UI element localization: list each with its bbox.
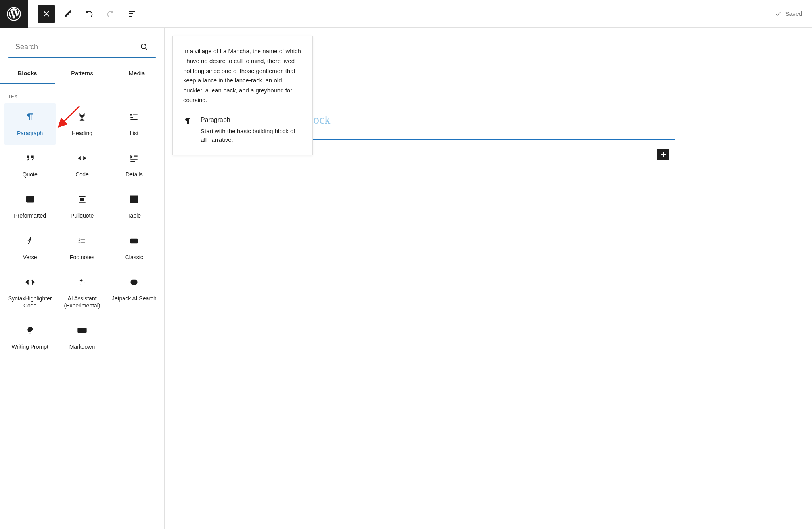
redo-icon (106, 9, 115, 19)
syntax-icon (25, 277, 36, 288)
svg-rect-4 (80, 198, 84, 201)
check-icon (775, 10, 782, 17)
inserter-tabs: Blocks Patterns Media (0, 64, 164, 84)
preview-sample-text: In a village of La Mancha, the name of w… (183, 46, 302, 105)
block-label: Details (126, 171, 143, 178)
block-label: Pullquote (71, 212, 94, 219)
svg-point-16 (28, 327, 32, 331)
svg-point-1 (141, 44, 146, 49)
block-quote[interactable]: Quote (4, 145, 56, 186)
block-writing-prompt[interactable]: Writing Prompt (4, 317, 56, 358)
pencil-icon (63, 9, 73, 19)
search-container (8, 36, 156, 58)
saved-label: Saved (785, 10, 802, 17)
block-inserter-panel: Blocks Patterns Media TEXT Paragraph Hea… (0, 28, 165, 529)
wordpress-logo[interactable] (0, 0, 28, 28)
search-input[interactable] (15, 43, 139, 51)
block-footnotes[interactable]: 12 Footnotes (56, 227, 108, 269)
svg-point-2 (131, 115, 132, 115)
preview-paragraph-icon (183, 116, 193, 145)
block-label: Code (75, 171, 88, 178)
ai-icon (77, 277, 88, 288)
block-label: Jetpack AI Search (112, 295, 157, 302)
add-block-button[interactable] (657, 149, 669, 160)
block-ai-assistant[interactable]: AI Assistant (Experimental) (56, 269, 108, 317)
block-label: Preformatted (14, 212, 46, 219)
block-list[interactable]: List (108, 103, 160, 145)
svg-text:2: 2 (78, 241, 80, 244)
block-label: Paragraph (17, 130, 43, 137)
svg-rect-3 (26, 197, 34, 202)
plus-icon (659, 150, 668, 159)
heading-icon (77, 111, 88, 122)
svg-rect-13 (131, 280, 137, 284)
svg-point-15 (135, 282, 136, 283)
block-label: Writing Prompt (12, 343, 48, 350)
footnotes-icon: 12 (77, 235, 88, 246)
category-text-label: TEXT (0, 84, 164, 103)
quote-icon (25, 153, 36, 164)
block-heading[interactable]: Heading (56, 103, 108, 145)
search-icon (139, 42, 149, 52)
editor-canvas[interactable]: In a village of La Mancha, the name of w… (165, 28, 812, 529)
block-label: AI Assistant (Experimental) (59, 295, 105, 309)
svg-point-10 (133, 240, 134, 241)
editor-placeholder-text: ock (313, 113, 330, 126)
block-paragraph[interactable]: Paragraph (4, 103, 56, 145)
block-preformatted[interactable]: Preformatted (4, 186, 56, 227)
block-label: Quote (23, 171, 38, 178)
block-label: Classic (125, 254, 143, 261)
block-label: List (130, 130, 138, 137)
tab-media[interactable]: Media (109, 64, 164, 84)
redo-button[interactable] (102, 5, 119, 23)
blocks-grid: Paragraph Heading List Quote Code Detail… (0, 103, 164, 358)
block-details[interactable]: Details (108, 145, 160, 186)
block-verse[interactable]: Verse (4, 227, 56, 269)
block-label: Footnotes (70, 254, 94, 261)
block-label: SyntaxHighlighter Code (7, 295, 53, 309)
block-pullquote[interactable]: Pullquote (56, 186, 108, 227)
table-icon (128, 194, 140, 205)
tab-blocks[interactable]: Blocks (0, 64, 55, 84)
block-label: Markdown (69, 343, 95, 350)
block-label: Verse (23, 254, 37, 261)
jetpack-ai-icon (128, 277, 140, 288)
block-jetpack-ai-search[interactable]: Jetpack AI Search (108, 269, 160, 317)
block-classic[interactable]: Classic (108, 227, 160, 269)
markdown-icon (77, 325, 88, 336)
prompt-icon (25, 325, 36, 336)
top-toolbar: Saved (0, 0, 812, 28)
block-preview-popup: In a village of La Mancha, the name of w… (172, 36, 313, 155)
block-label: Heading (72, 130, 92, 137)
editor-insertion-line (313, 139, 675, 140)
code-icon (77, 153, 88, 164)
block-markdown[interactable]: Markdown (56, 317, 108, 358)
list-view-icon (127, 9, 137, 19)
paragraph-icon (25, 111, 36, 122)
close-inserter-button[interactable] (38, 5, 55, 23)
tools-button[interactable] (59, 5, 77, 23)
preview-block-description: Start with the basic building block of a… (201, 127, 302, 145)
tab-patterns[interactable]: Patterns (55, 64, 109, 84)
document-overview-button[interactable] (123, 5, 141, 23)
save-status: Saved (775, 10, 802, 17)
verse-icon (25, 235, 36, 246)
close-icon (42, 9, 51, 19)
svg-point-9 (132, 240, 132, 241)
block-syntax-highlighter[interactable]: SyntaxHighlighter Code (4, 269, 56, 317)
wordpress-icon (7, 7, 21, 21)
undo-icon (84, 9, 94, 19)
svg-point-14 (132, 282, 133, 283)
preview-block-title: Paragraph (201, 116, 302, 124)
classic-icon (128, 235, 140, 246)
preformatted-icon (25, 194, 36, 205)
block-label: Table (128, 212, 141, 219)
undo-button[interactable] (80, 5, 98, 23)
block-table[interactable]: Table (108, 186, 160, 227)
block-code[interactable]: Code (56, 145, 108, 186)
list-icon (128, 111, 140, 122)
svg-point-11 (134, 240, 135, 241)
svg-point-12 (136, 240, 136, 241)
toolbar-buttons (28, 5, 141, 23)
details-icon (128, 153, 140, 164)
